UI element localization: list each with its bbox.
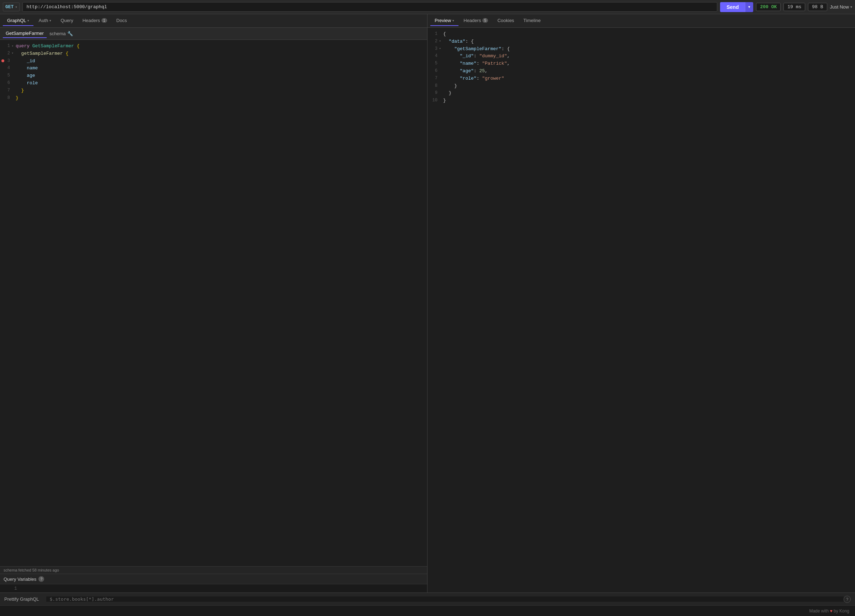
line-number: 7 [0, 87, 14, 94]
tab-docs[interactable]: Docs [112, 16, 131, 26]
query-variables-editor[interactable]: 1 [0, 584, 427, 593]
fold-icon[interactable]: ▾ [439, 46, 441, 51]
fold-icon[interactable]: ▾ [439, 39, 441, 44]
response-line-number: 1 [428, 31, 442, 37]
response-line-code: "name": "Patrick", [442, 60, 855, 67]
line-number: 3 [0, 58, 14, 64]
line-code: _id [14, 58, 427, 65]
right-tab-bar: Preview ▾ Headers 5 Cookies Timeline [428, 14, 855, 28]
query-variables-help-icon[interactable]: ? [38, 576, 44, 582]
fold-icon[interactable]: ▾ [12, 43, 14, 48]
top-bar: GET ▾ Send ▾ 200 OK 19 ms 98 B Just Now … [0, 0, 855, 14]
footer: Made with ♥ by Kong [0, 605, 855, 616]
response-line-number: ▾3 [428, 46, 442, 52]
response-line-code: } [442, 90, 855, 97]
response-line-number: 7 [428, 75, 442, 82]
response-line-number: 8 [428, 83, 442, 89]
jsonpath-help-icon[interactable]: ? [844, 596, 851, 603]
response-line-code: } [442, 83, 855, 90]
code-line: ▾1query GetSampleFarmer { [0, 43, 427, 50]
line-code: } [14, 95, 427, 102]
code-line: 6 role [0, 79, 427, 87]
code-line: 7 } [0, 87, 427, 95]
response-line-code: "role": "grower" [442, 75, 855, 83]
send-dropdown-button[interactable]: ▾ [745, 2, 753, 12]
send-button[interactable]: Send [720, 2, 745, 12]
schema-wrench-icon: 🔧 [67, 31, 73, 36]
line-number: 8 [0, 95, 14, 101]
tab-query[interactable]: Query [56, 16, 77, 26]
code-line: 3 _id [0, 58, 427, 65]
response-time-badge: 19 ms [783, 3, 805, 11]
code-line: 5 age [0, 72, 427, 79]
tab-auth-chevron-icon: ▾ [49, 19, 51, 22]
line-number: 5 [0, 72, 14, 79]
left-panel: GraphQL ▾ Auth ▾ Query Headers 1 Docs Ge… [0, 14, 428, 593]
send-button-group: Send ▾ [720, 2, 753, 12]
tab-auth[interactable]: Auth ▾ [34, 16, 55, 26]
jsonpath-input[interactable] [46, 596, 844, 602]
response-line: ▾3 "getSampleFarmer": { [428, 46, 855, 53]
tab-headers[interactable]: Headers 1 [78, 16, 112, 26]
tab-auth-label: Auth [38, 18, 48, 23]
tab-graphql[interactable]: GraphQL ▾ [3, 16, 34, 26]
tab-docs-label: Docs [116, 18, 127, 23]
tab-headers-label: Headers [83, 18, 100, 23]
response-line-code: "age": 25, [442, 67, 855, 75]
response-line: 7 "role": "grower" [428, 75, 855, 83]
tab-response-headers-label: Headers [463, 18, 481, 23]
response-line-code: } [442, 97, 855, 105]
tab-cookies-label: Cookies [497, 18, 514, 23]
timestamp: Just Now ▾ [830, 4, 852, 9]
fold-icon[interactable]: ▾ [12, 51, 14, 56]
query-tab-getsamplefarmer[interactable]: GetSampleFarmer [3, 29, 47, 38]
footer-made-with: Made with [809, 608, 830, 613]
right-panel: Preview ▾ Headers 5 Cookies Timeline 1{▾… [428, 14, 855, 593]
tab-preview-chevron-icon: ▾ [452, 19, 454, 22]
response-size-badge: 98 B [808, 3, 827, 11]
response-area: 1{▾2 "data": {▾3 "getSampleFarmer": {4 "… [428, 28, 855, 593]
line-code: role [14, 79, 427, 87]
line-number: ▾1 [0, 43, 14, 49]
line-number: 4 [0, 65, 14, 72]
content-area: GraphQL ▾ Auth ▾ Query Headers 1 Docs Ge… [0, 14, 855, 593]
tab-response-headers[interactable]: Headers 5 [459, 16, 492, 26]
response-line-code: "data": { [442, 38, 855, 46]
method-selector[interactable]: GET ▾ [3, 3, 20, 11]
tab-cookies[interactable]: Cookies [493, 16, 518, 26]
line-code: age [14, 72, 427, 79]
url-input[interactable] [22, 2, 717, 12]
footer-by-kong: by Kong [834, 608, 849, 613]
code-line: 4 name [0, 65, 427, 72]
query-variables-row: Query Variables ? [0, 574, 427, 584]
schema-tab[interactable]: schema 🔧 [49, 31, 74, 36]
query-tab-getsamplefarmer-label: GetSampleFarmer [6, 31, 44, 36]
headers-badge: 1 [101, 18, 107, 23]
schema-status: schema fetched 58 minutes ago [0, 566, 427, 574]
line-number: 6 [0, 79, 14, 86]
response-line-number: 10 [428, 97, 442, 104]
response-line: 1{ [428, 31, 855, 38]
tab-preview-label: Preview [435, 18, 451, 23]
line-code: query GetSampleFarmer { [14, 43, 427, 50]
tab-preview[interactable]: Preview ▾ [431, 16, 458, 26]
prettify-button[interactable]: Prettify GraphQL [4, 596, 39, 602]
response-line-code: "getSampleFarmer": { [442, 46, 855, 53]
tab-timeline[interactable]: Timeline [519, 16, 545, 26]
code-line: ▾2 getSampleFarmer { [0, 50, 427, 58]
response-line: ▾2 "data": { [428, 38, 855, 46]
tab-timeline-label: Timeline [523, 18, 541, 23]
code-line: 8} [0, 95, 427, 102]
timestamp-chevron-icon: ▾ [850, 5, 852, 9]
timestamp-label: Just Now [830, 4, 849, 9]
left-tab-bar: GraphQL ▾ Auth ▾ Query Headers 1 Docs [0, 14, 427, 28]
response-line-number: 5 [428, 60, 442, 67]
response-line: 10} [428, 97, 855, 105]
response-line: 9 } [428, 90, 855, 97]
query-variables-label: Query Variables [3, 576, 36, 582]
code-editor[interactable]: ▾1query GetSampleFarmer {▾2 getSampleFar… [0, 40, 427, 566]
query-name-tabs: GetSampleFarmer schema 🔧 [0, 28, 427, 40]
query-vars-line-num: 1 [14, 586, 17, 591]
response-line-number: ▾2 [428, 38, 442, 45]
schema-status-label: schema fetched 58 minutes ago [3, 568, 59, 572]
